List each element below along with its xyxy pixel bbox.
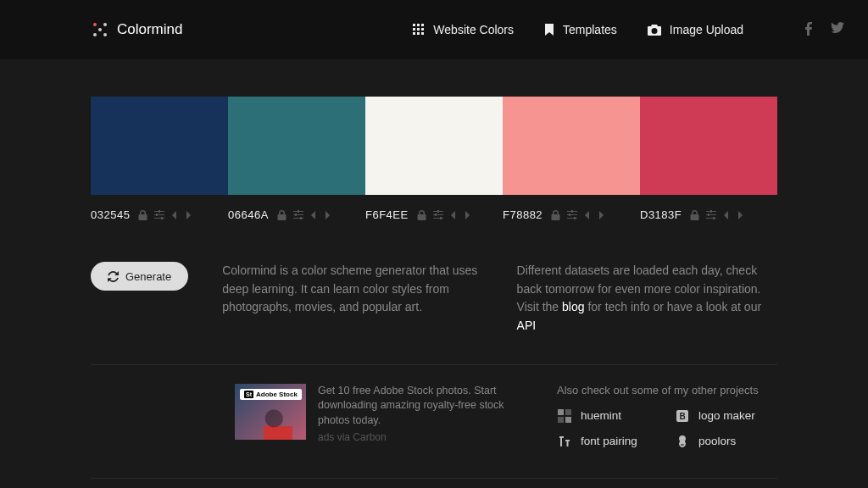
swatch-controls: F6F4EE — [365, 208, 503, 221]
svg-rect-14 — [558, 409, 564, 415]
poolors-icon — [675, 434, 690, 449]
svg-point-4 — [103, 33, 107, 36]
huemint-icon — [557, 408, 572, 424]
ad-badge: StAdobe Stock — [240, 389, 302, 400]
svg-rect-9 — [417, 28, 420, 30]
nav-image-upload[interactable]: Image Upload — [648, 23, 743, 36]
swatch-controls: D3183F — [640, 208, 777, 221]
move-right-icon[interactable] — [185, 211, 192, 219]
ad-text: Get 10 free Adobe Stock photos. Start do… — [318, 384, 523, 429]
nav-website-colors[interactable]: Website Colors — [413, 23, 514, 36]
logo-maker-icon: B — [675, 408, 690, 424]
svg-rect-11 — [413, 32, 415, 35]
svg-rect-16 — [558, 417, 564, 423]
color-swatch[interactable] — [640, 97, 777, 195]
sliders-icon[interactable] — [567, 210, 577, 219]
move-right-icon[interactable] — [737, 211, 743, 219]
sliders-icon[interactable] — [154, 210, 164, 219]
svg-point-3 — [93, 33, 97, 36]
lock-icon[interactable] — [138, 210, 147, 220]
lock-icon[interactable] — [277, 210, 287, 220]
color-swatch[interactable] — [228, 97, 365, 195]
grid-icon — [413, 24, 425, 36]
sliders-icon[interactable] — [293, 210, 303, 219]
svg-rect-12 — [417, 32, 420, 35]
nav-label: Templates — [563, 23, 617, 36]
logo-icon — [92, 21, 108, 38]
move-left-icon[interactable] — [310, 211, 317, 219]
ad-attribution: ads via Carbon — [318, 431, 523, 443]
api-link[interactable]: API — [517, 319, 537, 332]
description-right: Different datasets are loaded each day, … — [517, 262, 777, 336]
lock-icon[interactable] — [690, 210, 699, 220]
move-left-icon[interactable] — [171, 211, 178, 219]
hex-value[interactable]: 06646A — [228, 208, 269, 221]
hex-value[interactable]: 032545 — [91, 208, 130, 221]
svg-rect-5 — [413, 24, 415, 26]
color-swatch[interactable] — [503, 97, 640, 195]
blog-link[interactable]: blog — [562, 300, 584, 313]
svg-rect-6 — [417, 24, 420, 26]
hex-value[interactable]: F6F4EE — [365, 208, 409, 221]
sliders-icon[interactable] — [433, 210, 443, 219]
project-poolors[interactable]: poolors — [675, 434, 777, 449]
project-font-pairing[interactable]: font pairing — [557, 434, 659, 449]
divider — [91, 364, 777, 365]
font-pairing-icon — [557, 434, 572, 449]
brand-name: Colormind — [117, 21, 182, 38]
svg-point-0 — [93, 23, 97, 26]
project-label: font pairing — [581, 435, 637, 447]
move-left-icon[interactable] — [584, 211, 591, 219]
description-left: Colormind is a color scheme generator th… — [222, 262, 482, 336]
color-swatch[interactable] — [365, 97, 503, 195]
bookmark-icon — [544, 24, 554, 36]
facebook-icon[interactable] — [804, 22, 812, 38]
svg-rect-7 — [421, 24, 424, 26]
project-logo-maker[interactable]: B logo maker — [675, 408, 777, 424]
divider — [91, 478, 777, 479]
brand[interactable]: Colormind — [92, 21, 182, 38]
swatch-controls: F78882 — [503, 208, 640, 221]
project-huemint[interactable]: huemint — [557, 408, 659, 424]
svg-rect-17 — [565, 417, 571, 423]
svg-point-20 — [681, 444, 684, 446]
nav-templates[interactable]: Templates — [544, 23, 617, 36]
move-left-icon[interactable] — [723, 211, 730, 219]
project-label: huemint — [581, 409, 621, 422]
projects-heading: Also check out some of my other projects — [557, 384, 777, 396]
generate-button[interactable]: Generate — [91, 262, 188, 291]
move-left-icon[interactable] — [450, 211, 457, 219]
svg-rect-13 — [421, 32, 424, 35]
nav-label: Image Upload — [670, 23, 743, 36]
lock-icon[interactable] — [551, 210, 560, 220]
svg-point-2 — [98, 28, 102, 31]
twitter-icon[interactable] — [831, 22, 844, 38]
move-right-icon[interactable] — [464, 211, 470, 219]
sliders-icon[interactable] — [706, 210, 716, 219]
project-label: poolors — [698, 435, 736, 447]
move-right-icon[interactable] — [324, 211, 331, 219]
ad-image: StAdobe Stock — [235, 384, 306, 440]
generate-label: Generate — [125, 270, 171, 283]
carbon-ad[interactable]: StAdobe Stock Get 10 free Adobe Stock ph… — [235, 384, 523, 449]
swatch-controls: 032545 — [91, 208, 228, 221]
svg-rect-8 — [413, 28, 415, 30]
lock-icon[interactable] — [417, 210, 426, 220]
camera-icon — [648, 25, 661, 36]
hex-value[interactable]: F78882 — [503, 208, 542, 221]
svg-point-1 — [103, 23, 107, 26]
hex-value[interactable]: D3183F — [640, 208, 682, 221]
move-right-icon[interactable] — [598, 211, 604, 219]
svg-text:B: B — [679, 412, 685, 421]
top-nav: Colormind Website Colors Templates Image… — [0, 0, 868, 59]
project-label: logo maker — [698, 409, 755, 422]
nav-label: Website Colors — [433, 23, 514, 36]
color-swatch[interactable] — [91, 97, 228, 195]
refresh-icon — [108, 271, 119, 282]
swatch-controls: 06646A — [228, 208, 365, 221]
svg-rect-15 — [565, 409, 571, 415]
color-palette — [91, 97, 777, 195]
svg-rect-10 — [421, 28, 424, 30]
